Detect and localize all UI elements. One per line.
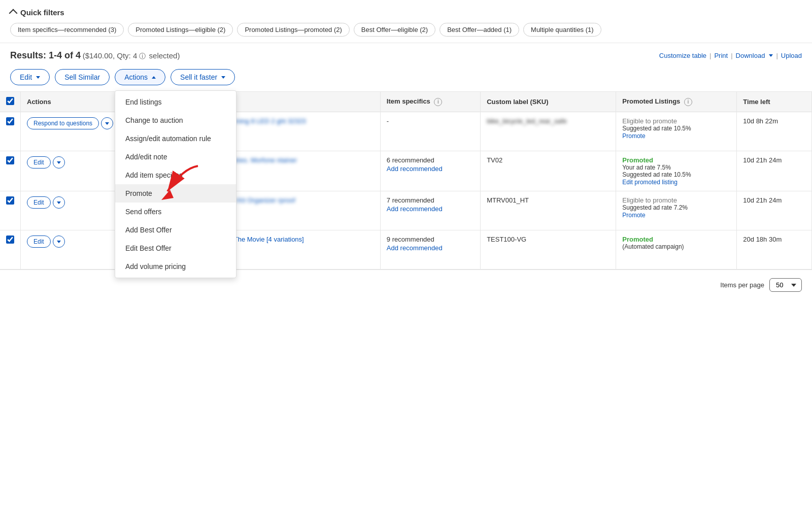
row-3-promote-link[interactable]: Promote <box>622 212 645 219</box>
col-promoted-listings: Promoted Listings i <box>616 92 737 112</box>
sell-similar-button[interactable]: Sell Similar <box>55 69 110 85</box>
menu-item-promote[interactable]: Promote <box>115 184 236 203</box>
filter-chip-promoted-eligible[interactable]: Promoted Listings—eligible (2) <box>128 23 233 37</box>
menu-item-add-best-offer[interactable]: Add Best Offer <box>115 221 236 239</box>
menu-item-change-auction[interactable]: Change to auction <box>115 111 236 129</box>
row-2-edit-promoted-link[interactable]: Edit promoted listing <box>622 179 678 186</box>
row-2-item-specifics-cell: 6 recommended Add recommended <box>380 151 480 191</box>
sell-it-faster-button[interactable]: Sell it faster <box>171 69 235 85</box>
col-item-specifics: Item specifics i <box>380 92 480 112</box>
row-4-dropdown-icon[interactable] <box>53 235 65 248</box>
row-3-time-cell: 10d 21h 24m <box>737 191 812 230</box>
row-2-checkbox[interactable] <box>6 156 14 164</box>
promoted-info-icon[interactable]: i <box>684 98 692 106</box>
row-1-item-specifics-cell: - <box>380 112 480 151</box>
filter-chips-container: Item specifics—recommended (3) Promoted … <box>10 23 802 37</box>
row-1-dropdown-icon[interactable] <box>101 117 113 129</box>
upload-link[interactable]: Upload <box>781 52 802 59</box>
menu-item-add-item-specifics[interactable]: Add item specifics <box>115 166 236 184</box>
row-3-add-recommended-link[interactable]: Add recommended <box>387 205 474 213</box>
row-1-respond-btn[interactable]: Respond to questions <box>27 117 99 129</box>
menu-item-send-offers[interactable]: Send offers <box>115 203 236 221</box>
col-sku: Custom label (SKU) <box>481 92 616 112</box>
actions-dropdown-menu: End listings Change to auction Assign/ed… <box>115 90 236 278</box>
row-3-sku-cell: MTRV001_HT <box>481 191 616 230</box>
filter-chip-item-specifics[interactable]: Item specifics—recommended (3) <box>10 23 124 37</box>
edit-chevron-icon <box>36 76 40 79</box>
row-4-time-cell: 20d 18h 30m <box>737 230 812 270</box>
row-2-add-recommended-link[interactable]: Add recommended <box>387 165 474 173</box>
row-1-checkbox-cell <box>0 112 21 151</box>
results-bar: Results: 1-4 of 4 ($140.00, Qty: 4 ⓘ sel… <box>0 43 812 66</box>
row-2-sku-cell: TV02 <box>481 151 616 191</box>
filter-chip-best-offer-added[interactable]: Best Offer—added (1) <box>439 23 519 37</box>
menu-item-end-listings[interactable]: End listings <box>115 93 236 111</box>
row-3-checkbox[interactable] <box>6 196 14 205</box>
actions-button[interactable]: Actions <box>115 69 165 85</box>
row-2-dropdown-icon[interactable] <box>53 156 65 169</box>
items-per-page-select[interactable]: 50 25 100 <box>769 278 802 292</box>
download-link[interactable]: Download <box>736 52 765 59</box>
customize-table-link[interactable]: Customize table <box>659 52 706 59</box>
quick-filters-section: Quick filters Item specifics—recommended… <box>0 0 812 43</box>
menu-item-edit-best-offer[interactable]: Edit Best Offer <box>115 239 236 257</box>
results-count: Results: 1-4 of 4 <box>10 50 81 60</box>
results-actions: Customize table | Print | Download | Upl… <box>659 52 802 59</box>
results-details: ($140.00, Qty: 4 ⓘ selected) <box>83 51 180 60</box>
row-2-promoted-cell: Promoted Your ad rate 7.5% Suggested ad … <box>616 151 737 191</box>
row-3-promoted-cell: Eligible to promote Suggested ad rate 7.… <box>616 191 737 230</box>
select-all-header <box>0 92 21 112</box>
row-1-promoted-cell: Eligible to promote Suggested ad rate 10… <box>616 112 737 151</box>
items-per-page-label: Items per page <box>720 281 764 289</box>
row-3-edit-btn[interactable]: Edit <box>27 196 51 209</box>
col-time-left: Time left <box>737 92 812 112</box>
row-4-item-specifics-cell: 9 recommended Add recommended <box>380 230 480 270</box>
actions-chevron-icon <box>152 76 156 79</box>
row-4-checkbox[interactable] <box>6 235 14 244</box>
row-1-sku-cell: bike_bicycle_led_rear_safe <box>481 112 616 151</box>
filter-chip-multiple-quantities[interactable]: Multiple quantities (1) <box>523 23 601 37</box>
row-1-promote-link[interactable]: Promote <box>622 132 645 140</box>
collapse-icon[interactable] <box>9 9 18 18</box>
row-2-time-cell: 10d 21h 24m <box>737 151 812 191</box>
row-4-add-recommended-link[interactable]: Add recommended <box>387 244 474 252</box>
row-3-item-specifics-cell: 7 recommended Add recommended <box>380 191 480 230</box>
filter-chip-promoted-promoted[interactable]: Promoted Listings—promoted (2) <box>237 23 349 37</box>
row-2-edit-btn[interactable]: Edit <box>27 156 51 169</box>
item-specifics-info-icon[interactable]: i <box>434 98 442 106</box>
menu-item-add-volume-pricing[interactable]: Add volume pricing <box>115 257 236 276</box>
row-4-edit-btn[interactable]: Edit <box>27 235 51 248</box>
print-link[interactable]: Print <box>714 52 728 59</box>
quick-filters-header: Quick filters <box>10 8 802 17</box>
filter-chip-best-offer-eligible[interactable]: Best Offer—eligible (2) <box>354 23 435 37</box>
row-3-dropdown-icon[interactable] <box>53 196 65 209</box>
row-1-checkbox[interactable] <box>6 117 14 125</box>
row-4-sku-cell: TEST100-VG <box>481 230 616 270</box>
row-4-promoted-cell: Promoted (Automated campaign) <box>616 230 737 270</box>
menu-item-assign-automation[interactable]: Assign/edit automation rule <box>115 129 236 148</box>
action-buttons-row: Edit Sell Similar Actions Sell it faster <box>0 66 812 91</box>
row-1-time-cell: 10d 8h 22m <box>737 112 812 151</box>
edit-button[interactable]: Edit <box>10 69 50 85</box>
results-summary: Results: 1-4 of 4 ($140.00, Qty: 4 ⓘ sel… <box>10 50 180 61</box>
sell-faster-chevron-icon <box>221 76 225 79</box>
select-all-checkbox[interactable] <box>6 97 14 105</box>
menu-item-add-note[interactable]: Add/edit note <box>115 148 236 166</box>
quick-filters-title: Quick filters <box>20 8 64 17</box>
